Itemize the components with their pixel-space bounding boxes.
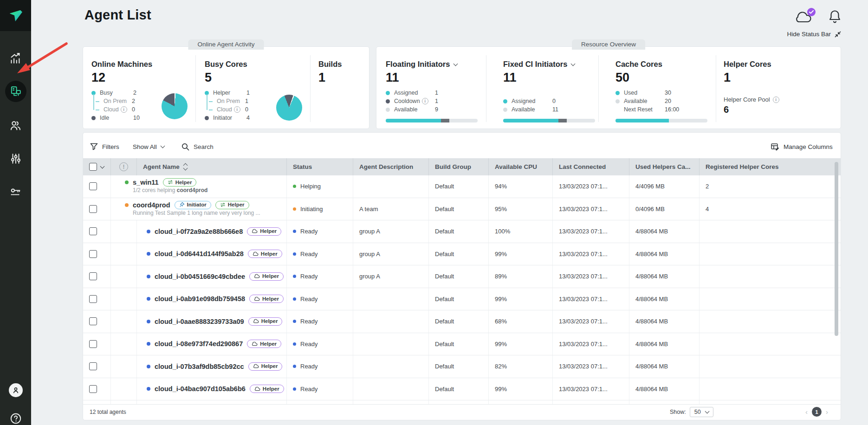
badge-helper[interactable]: Helper [248, 317, 283, 326]
cell-used-helpers: 4/88064 MB [629, 265, 700, 288]
badge-helper[interactable]: Helper [215, 201, 249, 209]
sidebar-item-profile[interactable] [0, 378, 31, 402]
stat-title: Online Machines [91, 60, 152, 69]
select-all-checkbox[interactable] [89, 163, 97, 171]
info-icon[interactable]: i [121, 106, 127, 113]
sidebar-item-license[interactable] [0, 180, 31, 204]
cloud-icon [253, 251, 259, 256]
badge-helper[interactable]: Helper [250, 385, 284, 393]
cloud-icon [253, 319, 259, 323]
table-row[interactable]: s_win11Helper1/2 cores helping coord4pro… [83, 175, 841, 198]
notification-bell-icon[interactable] [829, 9, 841, 24]
table-row[interactable]: cloud_i-0d6441d144f95ab28HelperReadygrou… [83, 243, 841, 266]
chevron-down-icon[interactable] [571, 61, 576, 66]
panel-tab-online-activity: Online Agent Activity [188, 39, 264, 50]
table-row[interactable]: cloud_i-07b3af9db85cb92ccHelperReadyDefa… [83, 355, 841, 378]
row-checkbox[interactable] [89, 295, 97, 303]
cell-build-group: Default [429, 333, 489, 355]
sidebar-item-users[interactable] [0, 113, 31, 137]
filters-button[interactable]: Filters [90, 140, 119, 154]
show-label: Show: [670, 409, 686, 415]
badge-helper[interactable]: Helper [163, 178, 197, 187]
status-dot [293, 252, 296, 256]
sort-icon[interactable] [184, 164, 187, 170]
app-logo[interactable] [0, 0, 31, 31]
row-checkbox[interactable] [89, 385, 97, 393]
manage-columns-button[interactable]: Manage Columns [771, 140, 833, 154]
sidebar-item-agents[interactable] [0, 79, 31, 103]
cell-select [83, 355, 111, 378]
table-row[interactable]: cloud_i-0aae8883239733a09HelperReadyDefa… [83, 310, 841, 333]
info-icon[interactable]: i [773, 97, 779, 103]
chevron-down-icon[interactable] [453, 61, 458, 66]
table-row[interactable]: cloud_i-0f72a9a2e88b666e8HelperReadygrou… [83, 220, 841, 243]
cell-build-group: Default [429, 378, 489, 400]
cell-build-group: Default [429, 288, 489, 310]
cell-last-connected: 13/03/2023 07:1... [553, 175, 629, 198]
cell-used-helpers: 4/88064 MB [629, 355, 700, 378]
row-checkbox[interactable] [89, 362, 97, 370]
hide-status-bar-button[interactable]: Hide Status Bar [787, 31, 841, 38]
sidebar-item-dashboard[interactable] [0, 46, 31, 70]
cell-used-helpers: 4/88064 MB [629, 288, 700, 310]
show-all-dropdown[interactable]: Show All [133, 140, 164, 154]
next-page-button[interactable]: › [826, 408, 828, 416]
cloud-icon [252, 341, 258, 346]
row-checkbox[interactable] [89, 205, 97, 213]
page-size-select[interactable]: 50 [690, 407, 713, 417]
cell-agent-description [353, 310, 429, 333]
cache-cores-stat: Cache Cores 50 Used 30 Available 20 Next… [615, 60, 679, 114]
online-agent-activity-panel: Online Agent Activity Online Machines 12… [83, 46, 369, 129]
badge-helper[interactable]: Helper [248, 250, 282, 258]
row-checkbox[interactable] [89, 317, 97, 325]
current-page-button[interactable]: 1 [812, 407, 822, 417]
badge-helper[interactable]: Helper [248, 362, 283, 371]
cell-status: Ready [287, 288, 353, 310]
status-dot [293, 342, 296, 346]
badge-helper[interactable]: Helper [247, 227, 281, 236]
table-row[interactable]: cloud_i-0b0451669c49cbdeeHelperReadygrou… [83, 265, 841, 288]
cell-registered-helper-cores [700, 355, 841, 378]
cell-alert [111, 243, 137, 265]
prev-page-button[interactable]: ‹ [805, 408, 808, 416]
cell-registered-helper-cores [700, 378, 841, 400]
cell-status: Ready [287, 220, 353, 243]
info-icon[interactable]: i [422, 98, 428, 104]
cloud-status-icon[interactable] [795, 10, 813, 23]
vertical-scrollbar[interactable] [835, 162, 838, 336]
status-dot [293, 297, 296, 301]
cell-agent-description: group A [353, 243, 429, 265]
cell-agent-description: A team [353, 198, 429, 220]
cell-registered-helper-cores [700, 288, 841, 310]
sidebar-item-help[interactable] [0, 406, 31, 425]
column-header-used-helpers: Used Helpers Ca... [629, 158, 700, 175]
agent-status-dot [147, 387, 150, 391]
row-checkbox[interactable] [89, 182, 97, 190]
agent-status-dot [147, 297, 150, 301]
column-header-agent-name[interactable]: Agent Name [137, 158, 287, 175]
badge-helper[interactable]: Helper [249, 272, 284, 281]
row-checkbox[interactable] [89, 272, 97, 280]
badge-helper[interactable]: Helper [249, 295, 284, 303]
alert-column-icon: ! [119, 162, 128, 171]
table-row[interactable]: cloud_i-04bac907d105ab6b6HelperReadyDefa… [83, 378, 841, 401]
badge-helper[interactable]: Helper [247, 340, 281, 348]
row-checkbox[interactable] [89, 227, 97, 235]
agent-status-dot [147, 320, 150, 323]
sidebar-item-settings[interactable] [0, 147, 31, 171]
panel-tab-resource-overview: Resource Overview [572, 39, 645, 50]
row-checkbox[interactable] [89, 340, 97, 348]
cell-status: Ready [287, 310, 353, 333]
badge-initiator[interactable]: Initiator [175, 201, 211, 209]
table-row[interactable]: cloud_i-0ab91e098db759458HelperReadyDefa… [83, 288, 841, 311]
row-checkbox[interactable] [89, 250, 97, 258]
search-input[interactable]: Search [181, 140, 214, 154]
cell-available-cpu: 99% [489, 243, 553, 265]
info-icon[interactable]: i [234, 106, 240, 113]
select-menu-chevron-icon[interactable] [100, 164, 105, 168]
cell-last-connected: 13/03/2023 07:1... [553, 310, 629, 333]
cell-build-group: Default [429, 243, 489, 265]
table-row[interactable]: cloud_i-08e973f74ed290867HelperReadyDefa… [83, 333, 841, 356]
table-row[interactable]: coord4prodInitiatorHelperRunning Test Sa… [83, 198, 841, 221]
builds-stat: Builds 1 [318, 60, 342, 85]
